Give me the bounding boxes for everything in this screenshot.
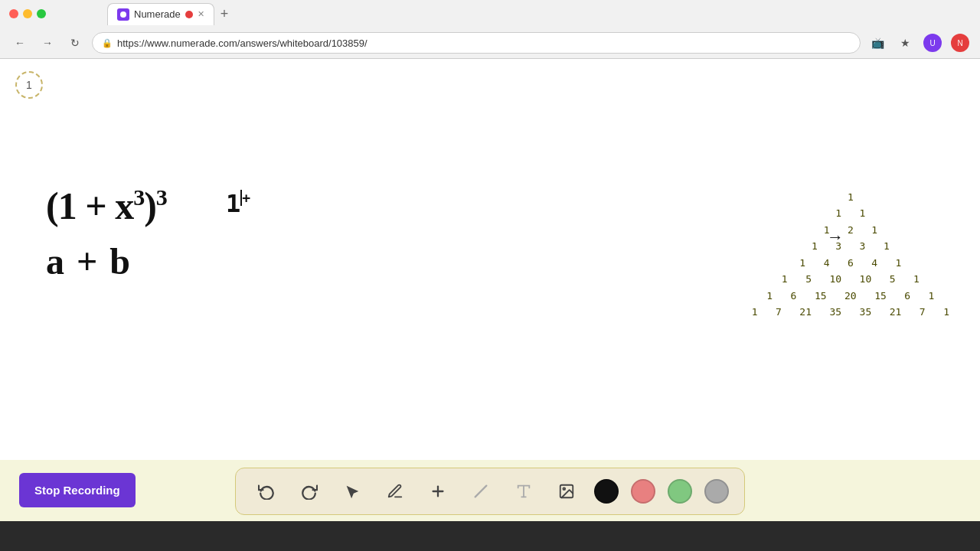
recording-indicator [185, 11, 193, 18]
page-number: 1 [26, 79, 32, 91]
image-icon [558, 483, 575, 500]
pascal-row-4: 1 4 6 4 1 [752, 255, 949, 271]
svg-point-7 [563, 487, 565, 490]
whiteboard-canvas[interactable]: 1 (1 + x3)3 a + b 1+ → 1 1 1 1 2 1 1 3 3… [0, 59, 980, 460]
title-bar: Numerade ✕ + [0, 0, 980, 28]
stop-recording-button[interactable]: Stop Recording [19, 473, 136, 507]
extension-icon[interactable]: N [949, 32, 971, 54]
page-number-badge: 1 [15, 71, 43, 99]
pascal-row-2: 1 2 1 [752, 222, 949, 238]
color-green[interactable] [668, 479, 692, 504]
select-button[interactable] [337, 476, 368, 507]
forward-button[interactable]: → [37, 32, 58, 54]
bottom-bar: Stop Recording [0, 460, 980, 521]
browser-chrome: Numerade ✕ + ← → ↻ 🔒 https://www.numerad… [0, 0, 980, 59]
svg-point-0 [120, 11, 126, 18]
whiteboard-container: 1 (1 + x3)3 a + b 1+ → 1 1 1 1 2 1 1 3 3… [0, 59, 980, 521]
tab-close-button[interactable]: ✕ [198, 9, 204, 19]
pascals-triangle: 1 1 1 1 2 1 1 3 3 1 1 4 6 4 1 1 5 10 10 … [752, 189, 949, 321]
eraser-button[interactable] [466, 476, 496, 507]
color-black[interactable] [594, 479, 619, 504]
pascal-row-6: 1 6 15 20 15 6 1 [752, 288, 949, 304]
new-tab-button[interactable]: + [214, 3, 235, 25]
pascal-row-5: 1 5 10 10 5 1 [752, 271, 949, 287]
tab-bar: Numerade ✕ + [98, 3, 243, 25]
image-button[interactable] [551, 476, 582, 507]
pascal-row-0: 1 [752, 189, 949, 205]
pen-icon [387, 483, 403, 500]
address-bar-row: ← → ↻ 🔒 https://www.numerade.com/answers… [0, 28, 980, 58]
add-icon [430, 483, 446, 500]
numerade-favicon [117, 8, 129, 21]
text-icon [515, 483, 532, 500]
lock-icon: 🔒 [102, 38, 113, 48]
undo-button[interactable] [251, 476, 282, 507]
close-window-button[interactable] [9, 9, 18, 18]
math-expression-1: (1 + x3)3 [46, 181, 167, 231]
traffic-lights [9, 9, 46, 18]
pen-button[interactable] [380, 476, 410, 507]
user-avatar: U [923, 34, 942, 52]
back-button[interactable]: ← [9, 32, 31, 54]
drawing-toolbar [235, 468, 745, 515]
browser-toolbar-right: 📺 ★ U N [867, 32, 971, 54]
redo-icon [301, 483, 318, 500]
add-button[interactable] [423, 476, 453, 507]
account-icon[interactable]: U [922, 32, 943, 54]
pascal-row-3: 1 3 3 1 [752, 238, 949, 254]
minimize-window-button[interactable] [23, 9, 32, 18]
math-content-area: (1 + x3)3 a + b [46, 181, 167, 282]
tab-title: Numerade [134, 8, 181, 20]
select-icon [344, 483, 361, 500]
svg-line-3 [475, 486, 487, 497]
url-text: https://www.numerade.com/answers/whitebo… [117, 37, 368, 49]
text-button[interactable] [508, 476, 539, 507]
eraser-icon [472, 483, 489, 500]
cast-icon[interactable]: 📺 [867, 32, 888, 54]
redo-button[interactable] [294, 476, 325, 507]
pascal-row-1: 1 1 [752, 205, 949, 221]
bookmark-icon[interactable]: ★ [894, 32, 916, 54]
color-pink[interactable] [631, 479, 655, 504]
refresh-button[interactable]: ↻ [64, 32, 86, 54]
address-bar[interactable]: 🔒 https://www.numerade.com/answers/white… [92, 32, 861, 54]
active-tab[interactable]: Numerade ✕ [107, 3, 214, 25]
cursor-indicator: 1+ [226, 189, 250, 218]
undo-icon [258, 483, 275, 500]
math-expression-2: a + b [46, 240, 167, 282]
color-gray[interactable] [704, 479, 729, 504]
pascal-row-7: 1 7 21 35 35 21 7 1 [752, 304, 949, 320]
numerade-extension: N [951, 34, 969, 52]
maximize-window-button[interactable] [37, 9, 46, 18]
